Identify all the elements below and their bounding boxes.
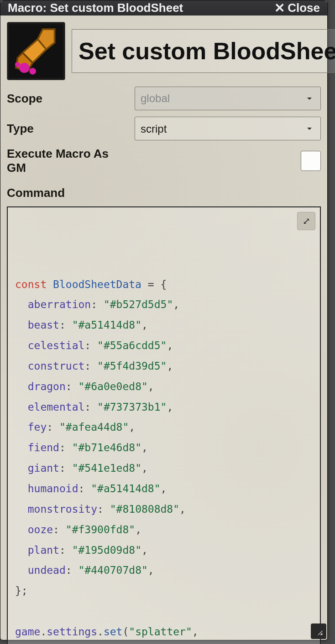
type-row: Type script	[7, 117, 321, 140]
window-title: Macro: Set custom BloodSheet	[8, 1, 183, 15]
scope-value: global	[141, 92, 170, 105]
close-label: Close	[288, 1, 320, 15]
svg-point-2	[29, 68, 36, 75]
resize-handle[interactable]	[311, 623, 326, 639]
macro-image[interactable]	[7, 22, 65, 80]
titlebar[interactable]: Macro: Set custom BloodSheet ✕ Close	[0, 0, 327, 15]
code-content: const BloodSheetData = { aberration: "#b…	[15, 274, 313, 644]
close-button[interactable]: ✕ Close	[274, 0, 320, 15]
expand-editor-button[interactable]: ⤢	[297, 212, 315, 230]
type-label: Type	[7, 122, 129, 136]
gm-row: Execute Macro As GM	[7, 147, 321, 175]
type-select[interactable]: script	[135, 117, 321, 140]
svg-point-1	[19, 63, 29, 73]
expand-icon: ⤢	[303, 212, 310, 230]
command-editor[interactable]: ⤢ const BloodSheetData = { aberration: "…	[7, 206, 321, 644]
macro-name-input[interactable]	[72, 29, 335, 73]
window-content: Scope global Type script Execute Macro A…	[0, 15, 327, 644]
header-row	[7, 22, 321, 80]
gm-checkbox[interactable]	[301, 151, 321, 171]
brush-icon	[9, 24, 63, 78]
gm-label: Execute Macro As GM	[7, 147, 129, 175]
scope-select: global	[135, 87, 321, 110]
macro-config-window: Macro: Set custom BloodSheet ✕ Close	[0, 0, 328, 640]
command-label: Command	[7, 186, 321, 200]
resize-icon	[314, 627, 323, 636]
scope-label: Scope	[7, 92, 129, 106]
svg-point-3	[15, 62, 20, 67]
close-icon: ✕	[274, 0, 285, 15]
scope-row: Scope global	[7, 87, 321, 110]
